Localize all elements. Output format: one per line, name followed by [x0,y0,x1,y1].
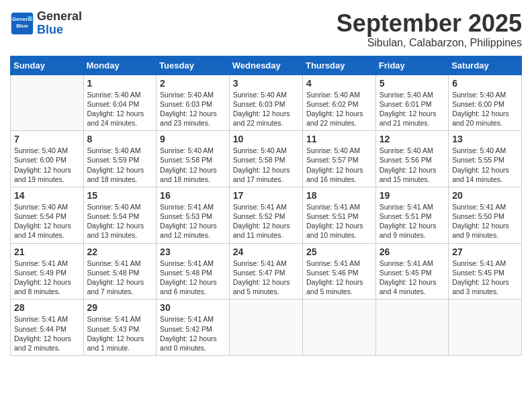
day-info: Sunrise: 5:40 AMSunset: 5:54 PMDaylight:… [14,202,80,240]
day-info: Sunrise: 5:40 AMSunset: 5:59 PMDaylight:… [87,146,153,184]
calendar-cell: 22Sunrise: 5:41 AMSunset: 5:48 PMDayligh… [83,243,157,300]
day-number: 24 [233,246,299,257]
calendar-cell: 28Sunrise: 5:41 AMSunset: 5:44 PMDayligh… [11,300,84,356]
day-info: Sunrise: 5:41 AMSunset: 5:51 PMDaylight:… [380,202,445,240]
day-info: Sunrise: 5:41 AMSunset: 5:43 PMDaylight:… [87,314,153,353]
logo: General Blue General Blue [10,10,82,37]
day-number: 16 [160,190,226,201]
calendar-cell: 23Sunrise: 5:41 AMSunset: 5:48 PMDayligh… [157,243,230,300]
day-number: 29 [87,302,153,313]
day-info: Sunrise: 5:41 AMSunset: 5:51 PMDaylight:… [306,202,372,240]
calendar-cell: 24Sunrise: 5:41 AMSunset: 5:47 PMDayligh… [229,243,302,300]
day-number: 21 [14,246,80,257]
calendar-cell: 17Sunrise: 5:41 AMSunset: 5:52 PMDayligh… [229,187,302,243]
day-info: Sunrise: 5:41 AMSunset: 5:47 PMDaylight:… [233,259,299,297]
day-number: 12 [380,134,445,144]
day-of-week-header: Tuesday [157,56,230,75]
day-of-week-header: Monday [83,56,157,75]
day-info: Sunrise: 5:40 AMSunset: 6:00 PMDaylight:… [14,146,80,184]
calendar-week-row: 14Sunrise: 5:40 AMSunset: 5:54 PMDayligh… [11,187,522,243]
day-number: 23 [160,246,226,257]
calendar-cell: 26Sunrise: 5:41 AMSunset: 5:45 PMDayligh… [375,243,448,300]
day-of-week-header: Saturday [449,56,522,75]
day-info: Sunrise: 5:40 AMSunset: 6:03 PMDaylight:… [233,90,299,128]
day-number: 25 [306,246,372,257]
day-info: Sunrise: 5:40 AMSunset: 5:58 PMDaylight:… [233,146,299,184]
calendar-cell [449,300,522,356]
day-number: 22 [87,246,153,257]
day-number: 7 [14,134,80,144]
calendar-cell: 25Sunrise: 5:41 AMSunset: 5:46 PMDayligh… [302,243,375,300]
calendar-cell: 3Sunrise: 5:40 AMSunset: 6:03 PMDaylight… [229,75,302,131]
day-info: Sunrise: 5:41 AMSunset: 5:45 PMDaylight:… [452,259,518,297]
day-number: 27 [452,246,518,257]
calendar-cell: 11Sunrise: 5:40 AMSunset: 5:57 PMDayligh… [302,131,375,187]
day-number: 6 [452,78,518,89]
day-info: Sunrise: 5:41 AMSunset: 5:49 PMDaylight:… [14,259,80,297]
day-info: Sunrise: 5:41 AMSunset: 5:46 PMDaylight:… [306,259,372,297]
day-info: Sunrise: 5:41 AMSunset: 5:52 PMDaylight:… [233,202,299,240]
calendar-cell: 29Sunrise: 5:41 AMSunset: 5:43 PMDayligh… [83,300,157,356]
day-number: 8 [87,134,153,144]
calendar-cell: 19Sunrise: 5:41 AMSunset: 5:51 PMDayligh… [375,187,448,243]
calendar-cell [375,300,448,356]
day-number: 15 [87,190,153,201]
day-info: Sunrise: 5:41 AMSunset: 5:48 PMDaylight:… [87,259,153,297]
day-info: Sunrise: 5:40 AMSunset: 6:01 PMDaylight:… [380,90,445,128]
day-number: 11 [306,134,372,144]
page-header: General Blue General Blue September 2025… [10,10,522,49]
day-info: Sunrise: 5:41 AMSunset: 5:53 PMDaylight:… [160,202,226,240]
calendar-cell: 18Sunrise: 5:41 AMSunset: 5:51 PMDayligh… [302,187,375,243]
day-number: 17 [233,190,299,201]
calendar-cell: 1Sunrise: 5:40 AMSunset: 6:04 PMDaylight… [83,75,157,131]
calendar-cell: 7Sunrise: 5:40 AMSunset: 6:00 PMDaylight… [11,131,84,187]
day-info: Sunrise: 5:40 AMSunset: 5:55 PMDaylight:… [452,146,518,184]
day-info: Sunrise: 5:40 AMSunset: 5:56 PMDaylight:… [380,146,445,184]
month-title: September 2025 [337,10,522,37]
title-block: September 2025 Sibulan, Calabarzon, Phil… [337,10,522,49]
day-number: 4 [306,78,372,89]
day-info: Sunrise: 5:41 AMSunset: 5:44 PMDaylight:… [14,314,80,353]
calendar-cell: 10Sunrise: 5:40 AMSunset: 5:58 PMDayligh… [229,131,302,187]
calendar-cell: 6Sunrise: 5:40 AMSunset: 6:00 PMDaylight… [449,75,522,131]
logo-text-blue: Blue [37,23,63,36]
day-number: 10 [233,134,299,144]
calendar-cell: 21Sunrise: 5:41 AMSunset: 5:49 PMDayligh… [11,243,84,300]
day-number: 20 [452,190,518,201]
logo-icon: General Blue [10,11,34,36]
calendar-cell [229,300,302,356]
calendar-week-row: 7Sunrise: 5:40 AMSunset: 6:00 PMDaylight… [11,131,522,187]
day-info: Sunrise: 5:41 AMSunset: 5:50 PMDaylight:… [452,202,518,240]
calendar-cell: 8Sunrise: 5:40 AMSunset: 5:59 PMDaylight… [83,131,157,187]
day-info: Sunrise: 5:40 AMSunset: 6:03 PMDaylight:… [160,90,226,128]
day-number: 9 [160,134,226,144]
day-of-week-header: Wednesday [229,56,302,75]
calendar-cell [11,75,84,131]
day-of-week-header: Sunday [11,56,84,75]
day-info: Sunrise: 5:40 AMSunset: 5:54 PMDaylight:… [87,202,153,240]
day-number: 1 [87,78,153,89]
calendar-cell: 30Sunrise: 5:41 AMSunset: 5:42 PMDayligh… [157,300,230,356]
calendar-cell: 13Sunrise: 5:40 AMSunset: 5:55 PMDayligh… [449,131,522,187]
day-info: Sunrise: 5:40 AMSunset: 6:04 PMDaylight:… [87,90,153,128]
calendar-week-row: 28Sunrise: 5:41 AMSunset: 5:44 PMDayligh… [11,300,522,356]
calendar-cell: 20Sunrise: 5:41 AMSunset: 5:50 PMDayligh… [449,187,522,243]
calendar-cell: 2Sunrise: 5:40 AMSunset: 6:03 PMDaylight… [157,75,230,131]
calendar-cell: 12Sunrise: 5:40 AMSunset: 5:56 PMDayligh… [375,131,448,187]
location-subtitle: Sibulan, Calabarzon, Philippines [337,37,522,49]
day-info: Sunrise: 5:40 AMSunset: 5:58 PMDaylight:… [160,146,226,184]
day-number: 18 [306,190,372,201]
calendar-cell [302,300,375,356]
logo-text-general: General [37,9,82,23]
calendar-cell: 15Sunrise: 5:40 AMSunset: 5:54 PMDayligh… [83,187,157,243]
day-info: Sunrise: 5:40 AMSunset: 6:02 PMDaylight:… [306,90,372,128]
day-info: Sunrise: 5:41 AMSunset: 5:45 PMDaylight:… [380,259,445,297]
day-info: Sunrise: 5:40 AMSunset: 5:57 PMDaylight:… [306,146,372,184]
calendar-cell: 27Sunrise: 5:41 AMSunset: 5:45 PMDayligh… [449,243,522,300]
calendar-cell: 14Sunrise: 5:40 AMSunset: 5:54 PMDayligh… [11,187,84,243]
calendar-cell: 5Sunrise: 5:40 AMSunset: 6:01 PMDaylight… [375,75,448,131]
day-number: 13 [452,134,518,144]
day-info: Sunrise: 5:41 AMSunset: 5:42 PMDaylight:… [160,314,226,353]
day-number: 19 [380,190,445,201]
day-number: 28 [14,302,80,313]
